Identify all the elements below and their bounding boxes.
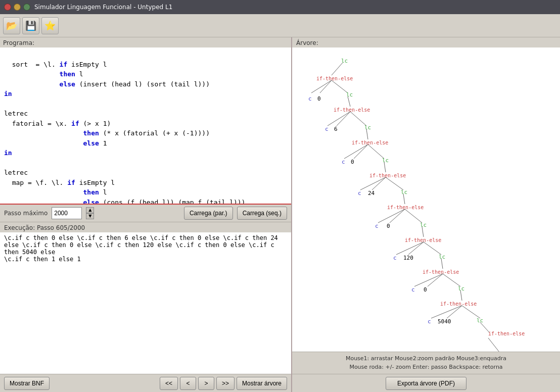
- svg-line-8: [366, 129, 368, 139]
- svg-line-12: [384, 162, 386, 172]
- svg-line-17: [378, 209, 405, 223]
- svg-line-15: [386, 177, 403, 190]
- show-bnf-button[interactable]: Mostrar BNF: [4, 377, 50, 390]
- svg-line-24: [441, 259, 443, 269]
- svg-line-7: [350, 112, 366, 126]
- svg-line-21: [396, 242, 424, 255]
- svg-line-30: [447, 306, 462, 318]
- svg-line-16: [403, 194, 405, 204]
- open-icon: 📂: [6, 20, 17, 31]
- close-button[interactable]: [4, 4, 11, 11]
- left-panel: Programa: sort = \l. if isEmpty l then l…: [0, 37, 292, 392]
- node-lc1: lc: [341, 58, 348, 64]
- main-container: Programa: sort = \l. if isEmpty l then l…: [0, 37, 560, 392]
- tree-area[interactable]: lc if-then-else c 0 lc if-then-else c 6 …: [292, 47, 560, 352]
- window-title: Simulador Linguagem Funcional - Untyped …: [34, 4, 172, 11]
- node-ite2: if-then-else: [334, 107, 370, 113]
- next-next-button[interactable]: >>: [216, 377, 235, 390]
- hint-line2: Mouse roda: +/- zoom Enter: passo Backsp…: [296, 363, 556, 372]
- node-ite1: if-then-else: [316, 76, 353, 81]
- node-c5: c: [375, 223, 379, 229]
- node-c6: c: [393, 255, 397, 261]
- program-label: Programa:: [0, 37, 291, 47]
- node-c2: c: [325, 126, 329, 132]
- svg-line-11: [368, 144, 384, 159]
- node-ite6: if-then-else: [405, 237, 441, 243]
- node-lc2: lc: [346, 91, 353, 98]
- node-v0d: 0: [424, 286, 427, 293]
- node-v24: 24: [368, 190, 375, 197]
- node-c3: c: [342, 159, 345, 165]
- spin-up[interactable]: ▲: [86, 207, 94, 213]
- node-ite4: if-then-else: [369, 173, 406, 178]
- node-lc4: lc: [382, 157, 389, 164]
- exec-label: Execução: Passo 605/2000: [0, 222, 291, 232]
- svg-line-3: [332, 80, 348, 93]
- maximize-button[interactable]: [23, 4, 30, 11]
- svg-line-22: [408, 242, 424, 255]
- node-ite3: if-then-else: [352, 140, 388, 145]
- carregar-seq-button[interactable]: Carrega (seq.): [237, 207, 287, 220]
- next-button[interactable]: >: [198, 377, 214, 390]
- node-ite5: if-then-else: [387, 205, 424, 210]
- prev-button[interactable]: <: [180, 377, 196, 390]
- node-v0b: 0: [351, 159, 354, 165]
- star-button[interactable]: ⭐: [41, 17, 59, 34]
- node-c4: c: [358, 190, 361, 197]
- node-c7: c: [411, 286, 415, 293]
- node-v5040: 5040: [438, 318, 451, 325]
- save-icon: 💾: [25, 20, 36, 31]
- tree-hint: Mouse1: arrastar Mouse2:zoom padrão Mous…: [292, 352, 560, 374]
- minimize-button[interactable]: [14, 4, 21, 11]
- controls-bar: Passo máximo ▲ ▼ Carrega (par.) Carrega …: [0, 205, 291, 222]
- toolbar: 📂 💾 ⭐: [0, 14, 560, 37]
- passo-input[interactable]: [52, 207, 82, 219]
- code-area[interactable]: sort = \l. if isEmpty l then l else (ins…: [0, 47, 291, 205]
- svg-line-31: [462, 306, 480, 318]
- svg-line-26: [428, 274, 443, 286]
- svg-line-33: [488, 338, 499, 352]
- prev-prev-button[interactable]: <<: [160, 377, 178, 390]
- svg-line-14: [372, 177, 386, 190]
- node-v6: 6: [334, 126, 338, 132]
- hint-line1: Mouse1: arrastar Mouse2:zoom padrão Mous…: [296, 354, 556, 363]
- exec-text: \c.if c then 0 else \c.if c then 6 else …: [0, 232, 291, 374]
- svg-line-23: [424, 242, 441, 255]
- node-partial: if: [499, 351, 506, 352]
- node-c8: c: [428, 318, 431, 325]
- svg-line-28: [460, 290, 462, 301]
- node-v120: 120: [403, 255, 413, 261]
- svg-line-29: [431, 306, 462, 318]
- node-v0: 0: [317, 95, 321, 102]
- node-ite9-partial: if-then-else: [488, 331, 525, 336]
- title-bar: Simulador Linguagem Funcional - Untyped …: [0, 0, 560, 14]
- node-lc5: lc: [401, 189, 407, 195]
- svg-line-13: [360, 177, 386, 190]
- svg-line-27: [443, 274, 460, 286]
- tree-svg: lc if-then-else c 0 lc if-then-else c 6 …: [297, 53, 560, 352]
- right-panel: Árvore:: [292, 37, 560, 392]
- node-lc6: lc: [420, 222, 427, 228]
- node-v0c: 0: [387, 223, 390, 229]
- svg-line-4: [348, 96, 350, 107]
- svg-line-0: [332, 63, 343, 75]
- save-button[interactable]: 💾: [22, 17, 39, 34]
- tree-label: Árvore:: [292, 37, 560, 47]
- export-tree-button[interactable]: Exporta árvore (PDF): [386, 377, 466, 390]
- node-c1: c: [308, 95, 312, 102]
- star-icon: ⭐: [44, 20, 56, 31]
- passo-label: Passo máximo: [4, 210, 48, 217]
- carregar-par-button[interactable]: Carrega (par.): [184, 207, 233, 220]
- node-lc8: lc: [458, 285, 464, 292]
- node-lc7: lc: [439, 254, 445, 260]
- node-ite7: if-then-else: [423, 269, 459, 275]
- svg-line-25: [414, 274, 443, 286]
- bottom-nav: Mostrar BNF << < > >> Mostrar árvore: [0, 374, 291, 392]
- spin-down[interactable]: ▼: [86, 213, 94, 219]
- open-button[interactable]: 📂: [3, 17, 20, 34]
- spin-buttons: ▲ ▼: [86, 207, 94, 219]
- node-ite8: if-then-else: [440, 301, 477, 307]
- window-buttons: [4, 4, 30, 11]
- show-tree-button[interactable]: Mostrar árvore: [237, 377, 287, 390]
- bottom-right-nav: Exporta árvore (PDF): [292, 374, 560, 392]
